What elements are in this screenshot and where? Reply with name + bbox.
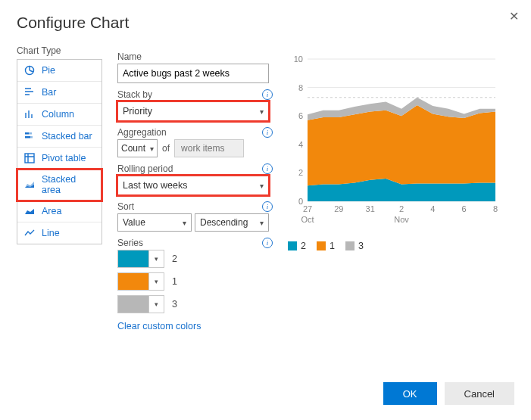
area-icon: [23, 205, 36, 217]
chart-type-label: Line: [42, 228, 60, 238]
series-color-picker[interactable]: ▾: [117, 295, 164, 313]
stacked-area-icon: [23, 179, 36, 191]
svg-text:4: 4: [298, 140, 303, 149]
info-icon[interactable]: i: [262, 127, 273, 138]
info-icon[interactable]: i: [262, 89, 273, 100]
rolling-period-value: Last two weeks: [123, 180, 187, 191]
svg-text:6: 6: [462, 204, 467, 213]
stack-by-label: Stack by: [117, 89, 152, 100]
of-label: of: [162, 143, 170, 154]
series-label: Series: [117, 238, 143, 248]
chevron-down-icon: ▾: [260, 182, 264, 190]
chevron-down-icon: ▾: [148, 273, 164, 290]
stack-by-value: Priority: [123, 106, 152, 117]
aggregation-target: work items: [174, 139, 244, 157]
chart-preview: 02468102729312468OctNov: [288, 53, 500, 227]
column-icon: [23, 108, 36, 120]
stack-by-select[interactable]: Priority▾: [117, 101, 269, 121]
svg-text:4: 4: [430, 204, 435, 213]
name-input[interactable]: [117, 64, 269, 83]
dialog-title: Configure Chart: [17, 14, 514, 32]
sort-direction-value: Descending: [200, 217, 248, 228]
info-icon[interactable]: i: [262, 201, 273, 212]
chart-type-label: Stacked area: [42, 174, 95, 195]
svg-rect-4: [30, 136, 33, 138]
series-name: 1: [172, 276, 177, 287]
svg-text:2: 2: [399, 204, 404, 213]
chart-type-label: Chart Type: [17, 45, 102, 56]
chevron-down-icon: ▾: [260, 219, 264, 227]
series-row: ▾3: [117, 295, 273, 313]
chevron-down-icon: ▾: [150, 145, 154, 153]
chart-type-stacked-bar[interactable]: Stacked bar: [17, 126, 102, 148]
cancel-button[interactable]: Cancel: [445, 382, 514, 405]
series-name: 3: [172, 299, 177, 310]
sort-label: Sort: [117, 201, 134, 212]
svg-text:2: 2: [298, 168, 303, 177]
svg-rect-3: [25, 136, 30, 138]
svg-text:Oct: Oct: [301, 215, 314, 224]
chart-type-pie[interactable]: Pie: [17, 60, 102, 82]
line-icon: [23, 227, 36, 239]
rolling-period-select[interactable]: Last two weeks▾: [117, 176, 269, 195]
sort-field-value: Value: [123, 217, 145, 228]
svg-text:8: 8: [298, 83, 303, 92]
chart-type-list: PieBarColumnStacked barPivot tableStacke…: [17, 59, 102, 244]
svg-rect-1: [25, 132, 29, 135]
close-icon[interactable]: ✕: [509, 9, 519, 23]
chart-type-label: Area: [42, 206, 61, 216]
series-row: ▾1: [117, 272, 273, 291]
chart-type-column[interactable]: Column: [17, 104, 102, 126]
series-color-picker[interactable]: ▾: [117, 250, 164, 268]
chevron-down-icon: ▾: [183, 219, 186, 227]
chevron-down-icon: ▾: [148, 296, 164, 313]
legend-item: 1: [317, 241, 335, 251]
info-icon[interactable]: i: [262, 163, 273, 174]
aggregation-label: Aggregation: [117, 127, 167, 138]
bar-icon: [23, 86, 36, 98]
series-color-picker[interactable]: ▾: [117, 272, 164, 291]
chart-type-label: Pie: [42, 65, 55, 76]
chart-type-label: Column: [42, 109, 74, 120]
sort-field-select[interactable]: Value▾: [117, 213, 192, 232]
chevron-down-icon: ▾: [260, 107, 264, 116]
series-row: ▾2: [117, 250, 273, 268]
aggregation-value: Count: [121, 143, 145, 154]
svg-text:29: 29: [334, 204, 343, 213]
svg-text:6: 6: [298, 111, 303, 120]
svg-text:31: 31: [366, 204, 375, 213]
chart-type-label: Bar: [42, 87, 56, 98]
svg-rect-2: [29, 132, 32, 135]
legend-item: 2: [288, 241, 306, 251]
chart-type-pivot-table[interactable]: Pivot table: [17, 148, 102, 170]
clear-custom-colors-link[interactable]: Clear custom colors: [117, 321, 273, 331]
rolling-period-label: Rolling period: [117, 163, 173, 174]
stacked-bar-icon: [23, 130, 36, 142]
chart-type-bar[interactable]: Bar: [17, 82, 102, 104]
svg-text:10: 10: [294, 54, 303, 64]
info-icon[interactable]: i: [262, 238, 273, 248]
svg-text:27: 27: [303, 204, 312, 213]
svg-text:8: 8: [493, 204, 498, 213]
chart-type-stacked-area[interactable]: Stacked area: [17, 170, 102, 201]
chart-type-label: Stacked bar: [42, 131, 92, 142]
aggregation-select[interactable]: Count▾: [117, 139, 158, 157]
chevron-down-icon: ▾: [148, 250, 164, 267]
series-name: 2: [172, 254, 177, 264]
chart-type-area[interactable]: Area: [17, 201, 102, 222]
svg-rect-5: [25, 154, 34, 163]
name-label: Name: [117, 51, 142, 62]
ok-button[interactable]: OK: [383, 382, 437, 405]
svg-text:Nov: Nov: [394, 215, 409, 224]
legend-item: 3: [345, 241, 364, 251]
pie-icon: [23, 64, 36, 76]
pivot-table-icon: [23, 152, 36, 164]
chart-type-line[interactable]: Line: [17, 222, 102, 244]
chart-type-label: Pivot table: [42, 153, 86, 163]
sort-direction-select[interactable]: Descending▾: [195, 213, 269, 232]
